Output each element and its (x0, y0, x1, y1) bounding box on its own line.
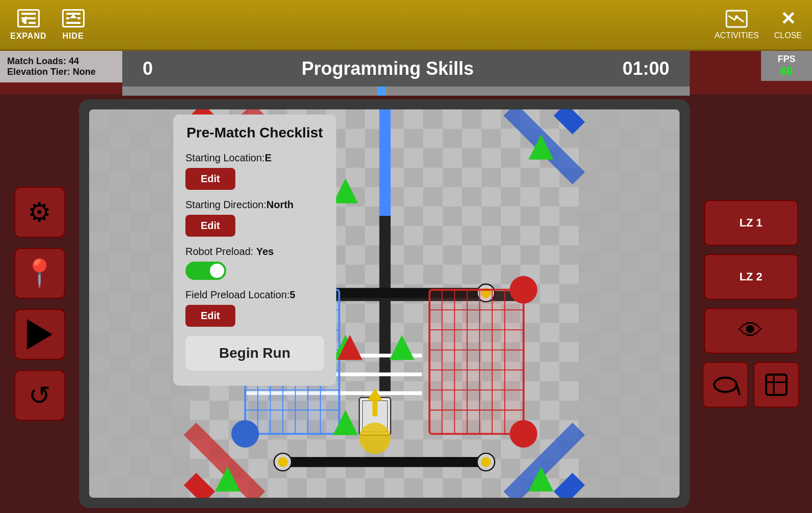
edit-starting-location-button[interactable]: Edit (185, 168, 235, 190)
match-info-panel: Match Loads: 44 Elevation Tier: None (0, 51, 122, 82)
settings-button[interactable]: ⚙ (14, 187, 65, 238)
svg-rect-6 (66, 22, 80, 24)
svg-rect-33 (284, 457, 485, 467)
hide-label: HIDE (62, 32, 84, 41)
svg-marker-3 (21, 16, 26, 24)
field-preload-value: 5 (290, 289, 295, 300)
lz2-button[interactable]: LZ 2 (704, 254, 798, 300)
preload-toggle[interactable] (185, 262, 324, 280)
robot-preload-label: Robot Preload: Yes (185, 246, 324, 258)
main-area: ⚙ 📍 ↺ Pre-Match Checklist Starting Locat… (0, 94, 812, 513)
field-preload-label: Field Preload Location:5 (185, 289, 324, 301)
svg-point-72 (510, 420, 537, 447)
svg-rect-89 (766, 375, 787, 395)
begin-run-button[interactable]: Begin Run (185, 336, 324, 370)
svg-point-36 (278, 457, 288, 467)
svg-rect-2 (29, 22, 36, 24)
field-preload-item: Field Preload Location:5 Edit (185, 289, 324, 327)
play-icon (27, 319, 52, 350)
close-button[interactable]: ✕ CLOSE (774, 10, 802, 40)
robot-preload-value: Yes (256, 246, 274, 257)
activities-button[interactable]: ACTIVITIES (715, 10, 759, 40)
svg-rect-26 (380, 216, 391, 391)
svg-point-37 (481, 457, 491, 467)
match-loads: Match Loads: 44 (7, 56, 115, 67)
reset-button[interactable]: ↺ (14, 370, 65, 421)
svg-point-87 (714, 378, 737, 392)
svg-rect-9 (726, 11, 747, 27)
expand-button[interactable]: EXPAND (10, 9, 47, 41)
play-button[interactable] (14, 309, 65, 360)
bottom-buttons-row (702, 362, 799, 408)
svg-point-84 (359, 422, 391, 454)
edit-starting-direction-button[interactable]: Edit (185, 215, 235, 237)
svg-rect-58 (429, 290, 524, 434)
svg-point-71 (510, 276, 537, 303)
right-sidebar: LZ 1 LZ 2 👁 (690, 94, 812, 513)
svg-point-56 (231, 420, 259, 447)
svg-point-10 (735, 15, 738, 18)
toolbar: EXPAND HIDE ACTIVITIES ✕ CLOSE (0, 0, 812, 51)
checklist-panel: Pre-Match Checklist Starting Location:E … (173, 115, 336, 386)
lasso-button[interactable] (702, 362, 748, 408)
field-container: Pre-Match Checklist Starting Location:E … (79, 99, 690, 508)
close-label: CLOSE (774, 31, 802, 40)
progress-fill (377, 87, 386, 96)
edit-field-preload-button[interactable]: Edit (185, 305, 235, 327)
location-button[interactable]: 📍 (14, 248, 65, 299)
match-title: Programming Skills (302, 58, 474, 79)
toggle-thumb (210, 264, 224, 278)
svg-rect-25 (380, 109, 391, 222)
svg-line-88 (737, 385, 740, 395)
expand-label: EXPAND (10, 32, 47, 41)
fps-value: 60 (767, 65, 806, 78)
starting-direction-value: North (266, 199, 293, 210)
svg-rect-0 (21, 13, 36, 15)
starting-location-value: E (265, 152, 272, 163)
score-value: 0 (143, 58, 153, 79)
starting-location-item: Starting Location:E Edit (185, 152, 324, 190)
fps-label: FPS (767, 54, 806, 65)
starting-direction-label: Starting Direction:North (185, 199, 324, 211)
starting-direction-item: Starting Direction:North Edit (185, 199, 324, 237)
elevation-tier: Elevation Tier: None (7, 67, 115, 77)
checklist-title: Pre-Match Checklist (185, 125, 324, 141)
close-icon: ✕ (780, 10, 796, 28)
lz1-button[interactable]: LZ 1 (704, 200, 798, 246)
progress-bar (122, 87, 690, 96)
robot-preload-item: Robot Preload: Yes (185, 246, 324, 280)
crop-button[interactable] (753, 362, 799, 408)
toggle-track[interactable] (185, 262, 226, 280)
fps-badge: FPS 60 (761, 51, 812, 81)
eye-button[interactable]: 👁 (704, 308, 798, 354)
hide-icon (62, 9, 85, 27)
hide-button[interactable]: HIDE (62, 9, 85, 41)
left-sidebar: ⚙ 📍 ↺ (0, 94, 79, 513)
activities-label: ACTIVITIES (715, 31, 759, 40)
score-bar: 0 Programming Skills 01:00 (122, 51, 690, 87)
starting-location-label: Starting Location:E (185, 152, 324, 164)
svg-rect-86 (372, 401, 377, 416)
timer-value: 01:00 (622, 58, 669, 79)
toolbar-right: ACTIVITIES ✕ CLOSE (715, 10, 802, 40)
expand-icon (17, 9, 40, 27)
